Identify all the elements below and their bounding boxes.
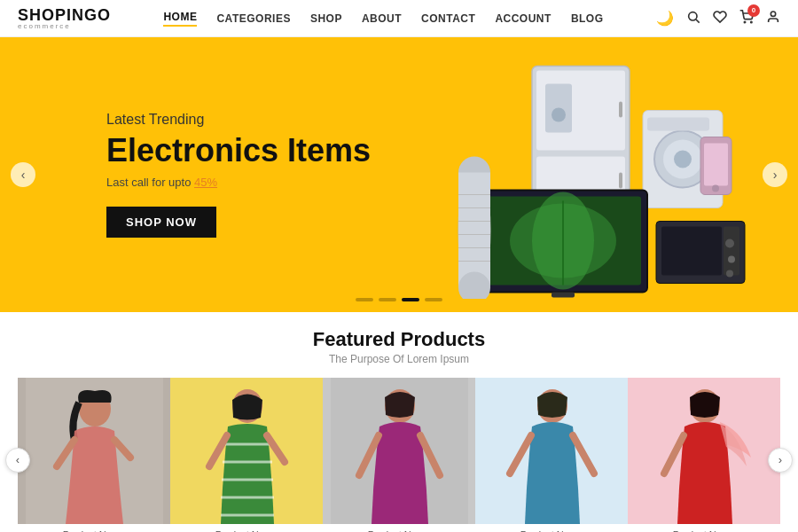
product-image-1 bbox=[18, 378, 170, 524]
logo[interactable]: SHOPINGO eCommerce bbox=[18, 7, 111, 30]
product-image-2 bbox=[170, 378, 323, 524]
hero-image bbox=[390, 55, 771, 299]
product-name-5: Product Name bbox=[628, 524, 780, 532]
cart-icon[interactable]: 0 bbox=[739, 10, 754, 27]
hero-offer: Last call for upto 45% bbox=[106, 176, 371, 189]
nav-categories[interactable]: CATEGORIES bbox=[216, 12, 290, 25]
svg-point-11 bbox=[552, 108, 566, 122]
hero-content: Latest Trending Electronics Items Last c… bbox=[0, 112, 371, 238]
hero-title: Electronics Items bbox=[106, 133, 371, 168]
hero-next-button[interactable]: › bbox=[763, 162, 787, 187]
svg-rect-16 bbox=[647, 118, 709, 131]
product-name-4: Product Name bbox=[475, 524, 628, 532]
product-name-3: Product Name bbox=[323, 524, 475, 532]
hero-banner: ‹ Latest Trending Electronics Items Last… bbox=[0, 37, 798, 312]
svg-rect-24 bbox=[661, 227, 722, 276]
svg-point-15 bbox=[674, 151, 692, 168]
svg-rect-9 bbox=[619, 173, 622, 189]
hero-dots bbox=[356, 298, 442, 301]
main-nav: HOME CATEGORIES SHOP ABOUT CONTACT ACCOU… bbox=[163, 11, 603, 27]
products-row: Product Name bbox=[18, 378, 780, 532]
shop-now-button[interactable]: SHOP NOW bbox=[106, 207, 216, 238]
nav-blog[interactable]: BLOG bbox=[571, 12, 604, 25]
cart-badge: 0 bbox=[747, 4, 760, 17]
svg-rect-25 bbox=[724, 227, 739, 276]
svg-rect-22 bbox=[552, 293, 575, 298]
logo-sub: eCommerce bbox=[18, 23, 111, 30]
search-icon[interactable] bbox=[686, 10, 700, 27]
dark-mode-icon[interactable]: 🌙 bbox=[656, 10, 674, 27]
hero-dot-1[interactable] bbox=[356, 298, 373, 301]
featured-section: Featured Products The Purpose Of Lorem I… bbox=[0, 312, 798, 532]
hero-offer-percent: 45% bbox=[194, 176, 217, 189]
product-image-3 bbox=[323, 378, 475, 524]
nav-about[interactable]: ABOUT bbox=[362, 12, 402, 25]
wishlist-icon[interactable] bbox=[713, 10, 727, 27]
nav-shop[interactable]: SHOP bbox=[310, 12, 342, 25]
nav-contact[interactable]: CONTACT bbox=[421, 12, 475, 25]
featured-title: Featured Products bbox=[18, 328, 780, 351]
logo-main: SHOPINGO bbox=[18, 7, 111, 23]
svg-line-1 bbox=[696, 20, 700, 23]
product-image-5 bbox=[628, 378, 780, 524]
svg-point-2 bbox=[744, 21, 745, 22]
products-next-button[interactable]: › bbox=[768, 448, 793, 473]
hero-dot-4[interactable] bbox=[425, 298, 442, 301]
svg-rect-30 bbox=[704, 144, 728, 186]
featured-subtitle: The Purpose Of Lorem Ipsum bbox=[18, 353, 780, 365]
account-icon[interactable] bbox=[766, 10, 780, 27]
svg-point-27 bbox=[728, 256, 735, 263]
svg-point-3 bbox=[751, 21, 752, 22]
product-card-2[interactable]: Product Name bbox=[170, 378, 323, 532]
hero-dot-2[interactable] bbox=[379, 298, 396, 301]
products-prev-button[interactable]: ‹ bbox=[5, 448, 30, 473]
svg-point-4 bbox=[771, 12, 775, 16]
product-card-3[interactable]: Product Name bbox=[323, 378, 475, 532]
product-card-1[interactable]: Product Name bbox=[18, 378, 170, 532]
product-image-4 bbox=[475, 378, 628, 524]
header: SHOPINGO eCommerce HOME CATEGORIES SHOP … bbox=[0, 0, 798, 37]
svg-point-28 bbox=[726, 270, 733, 278]
svg-rect-8 bbox=[619, 102, 622, 118]
product-card-5[interactable]: Product Name bbox=[628, 378, 780, 532]
hero-dot-3[interactable] bbox=[402, 298, 419, 301]
svg-rect-34 bbox=[458, 173, 490, 288]
product-name-1: Product Name bbox=[18, 524, 170, 532]
svg-point-0 bbox=[689, 12, 697, 20]
header-icons: 🌙 0 bbox=[656, 10, 780, 27]
hero-sub-label: Latest Trending bbox=[106, 112, 371, 128]
svg-point-26 bbox=[725, 239, 734, 248]
nav-account[interactable]: ACCOUNT bbox=[495, 12, 552, 25]
product-name-2: Product Name bbox=[170, 524, 323, 532]
svg-point-31 bbox=[712, 185, 719, 192]
hero-prev-button[interactable]: ‹ bbox=[11, 162, 35, 187]
products-row-wrapper: ‹ bbox=[18, 378, 780, 532]
product-card-4[interactable]: Product Name bbox=[475, 378, 628, 532]
nav-home[interactable]: HOME bbox=[163, 11, 197, 27]
